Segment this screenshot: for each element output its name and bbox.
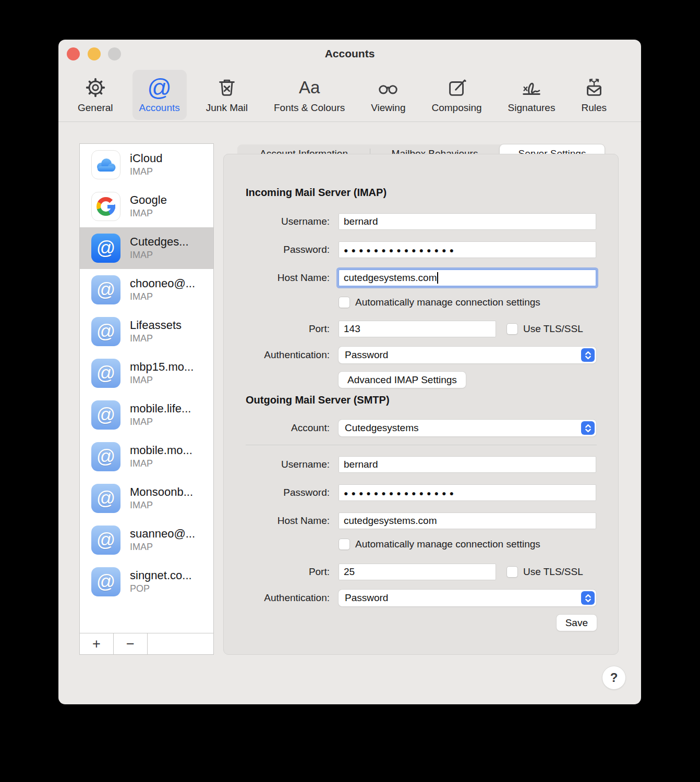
toolbar-item-accounts[interactable]: @ Accounts — [132, 70, 187, 120]
account-row-google[interactable]: Google IMAP — [80, 186, 213, 227]
toolbar-item-fonts-colours[interactable]: Aa Fonts & Colours — [267, 70, 352, 120]
authentication-label: Authentication: — [224, 592, 330, 604]
outgoing-account-dropdown[interactable]: Cutedgesystems — [339, 420, 596, 436]
at-account-icon: @ — [91, 442, 120, 471]
host-name-label: Host Name: — [224, 515, 330, 527]
incoming-username-field[interactable]: bernard — [339, 213, 596, 230]
toolbar-item-rules[interactable]: Rules — [574, 70, 613, 120]
signature-icon — [519, 74, 544, 101]
outgoing-auto-manage-checkbox[interactable] — [339, 539, 350, 550]
at-account-icon: @ — [91, 317, 120, 346]
account-row-lifeassets[interactable]: @ Lifeassets IMAP — [80, 311, 213, 352]
compose-icon — [445, 74, 469, 101]
account-name: Google — [130, 193, 167, 207]
toolbar-label: Composing — [431, 102, 481, 114]
tls-label: Use TLS/SSL — [523, 323, 583, 335]
toolbar-item-viewing[interactable]: Viewing — [364, 70, 412, 120]
section-divider — [246, 445, 597, 445]
account-name: iCloud — [130, 152, 162, 165]
add-account-button[interactable]: + — [80, 633, 114, 654]
account-row-singnet[interactable]: @ singnet.co... POP — [80, 561, 213, 603]
account-type: POP — [130, 583, 192, 595]
account-type: IMAP — [130, 291, 195, 303]
stepper-icon — [581, 591, 595, 605]
help-button[interactable]: ? — [602, 666, 625, 689]
password-label: Password: — [224, 244, 330, 255]
fonts-icon: Aa — [299, 74, 320, 101]
account-name: mbp15.mo... — [130, 360, 194, 374]
accounts-sidebar: iCloud IMAP Google IMAP @ Cutedges... IM… — [79, 143, 214, 655]
password-label: Password: — [224, 487, 330, 498]
outgoing-tls-checkbox[interactable] — [506, 566, 518, 578]
incoming-section-heading: Incoming Mail Server (IMAP) — [246, 187, 387, 199]
account-row-cutedges[interactable]: @ Cutedges... IMAP — [80, 227, 213, 269]
account-row-monsoonb[interactable]: @ Monsoonb... IMAP — [80, 478, 213, 519]
sidebar-footer-spacer — [148, 633, 213, 654]
account-row-chooneo[interactable]: @ chooneo@... IMAP — [80, 269, 213, 311]
outgoing-port-field[interactable]: 25 — [339, 564, 496, 580]
google-icon — [91, 192, 120, 221]
account-row-mbp15[interactable]: @ mbp15.mo... IMAP — [80, 352, 213, 394]
account-name: Lifeassets — [130, 319, 182, 332]
remove-account-button[interactable]: − — [114, 633, 148, 654]
preferences-toolbar: General @ Accounts Junk Mail Aa Fonts & … — [71, 68, 613, 120]
incoming-host-field[interactable]: cutedgesystems.com — [339, 270, 596, 286]
authentication-label: Authentication: — [224, 349, 330, 361]
account-type: IMAP — [130, 333, 182, 345]
account-type: IMAP — [130, 166, 162, 178]
toolbar-label: Viewing — [371, 102, 405, 114]
window-title: Accounts — [58, 47, 641, 60]
account-name: Cutedges... — [130, 235, 189, 249]
account-name: mobile.mo... — [130, 444, 192, 457]
titlebar: Accounts — [58, 40, 641, 70]
account-row-icloud[interactable]: iCloud IMAP — [80, 144, 213, 186]
account-name: singnet.co... — [130, 569, 192, 582]
account-row-mobile-life[interactable]: @ mobile.life... IMAP — [80, 394, 213, 436]
account-name: suanneo@... — [130, 527, 195, 541]
auto-manage-label: Automatically manage connection settings — [355, 297, 540, 308]
username-label: Username: — [224, 459, 330, 470]
username-label: Username: — [224, 216, 330, 227]
account-name: mobile.life... — [130, 402, 191, 416]
toolbar-item-signatures[interactable]: Signatures — [501, 70, 562, 120]
outgoing-password-field[interactable]: ●●●●●●●●●●●●●●● — [339, 484, 596, 501]
stepper-icon — [581, 421, 595, 435]
account-row-suanneo[interactable]: @ suanneo@... IMAP — [80, 519, 213, 561]
server-settings-panel: Incoming Mail Server (IMAP) Username: be… — [223, 154, 619, 655]
toolbar-label: General — [78, 102, 113, 114]
at-account-icon: @ — [91, 484, 120, 513]
outgoing-username-field[interactable]: bernard — [339, 456, 596, 473]
toolbar-item-composing[interactable]: Composing — [425, 70, 488, 120]
at-account-icon: @ — [91, 234, 120, 263]
trash-x-icon — [215, 74, 239, 101]
save-button[interactable]: Save — [557, 615, 597, 631]
outgoing-host-field[interactable]: cutedgesystems.com — [339, 512, 596, 529]
account-type: IMAP — [130, 500, 193, 511]
incoming-authentication-dropdown[interactable]: Password — [339, 347, 596, 363]
at-account-icon: @ — [91, 275, 120, 304]
account-type: IMAP — [130, 542, 195, 553]
icloud-icon — [91, 150, 120, 179]
incoming-tls-checkbox[interactable] — [506, 323, 518, 335]
port-label: Port: — [224, 323, 330, 335]
incoming-auto-manage-checkbox[interactable] — [339, 297, 350, 308]
advanced-imap-settings-button[interactable]: Advanced IMAP Settings — [339, 372, 466, 388]
tls-label: Use TLS/SSL — [523, 566, 583, 578]
incoming-password-field[interactable]: ●●●●●●●●●●●●●●● — [339, 241, 596, 258]
glasses-icon — [376, 74, 401, 101]
toolbar-item-general[interactable]: General — [71, 70, 120, 120]
text-caret — [437, 272, 438, 284]
account-name: Monsoonb... — [130, 485, 193, 499]
account-type: IMAP — [130, 375, 194, 386]
mail-preferences-window: Accounts General @ Accounts Junk — [58, 40, 641, 704]
at-icon: @ — [147, 74, 172, 101]
at-account-icon: @ — [91, 400, 120, 430]
account-row-mobile-mo[interactable]: @ mobile.mo... IMAP — [80, 436, 213, 478]
gear-icon — [83, 74, 107, 101]
toolbar-item-junk-mail[interactable]: Junk Mail — [199, 70, 255, 120]
outgoing-authentication-dropdown[interactable]: Password — [339, 590, 596, 606]
toolbar-label: Rules — [581, 102, 607, 114]
host-name-label: Host Name: — [224, 272, 330, 284]
incoming-port-field[interactable]: 143 — [339, 321, 496, 337]
envelope-arrows-icon — [582, 74, 606, 101]
